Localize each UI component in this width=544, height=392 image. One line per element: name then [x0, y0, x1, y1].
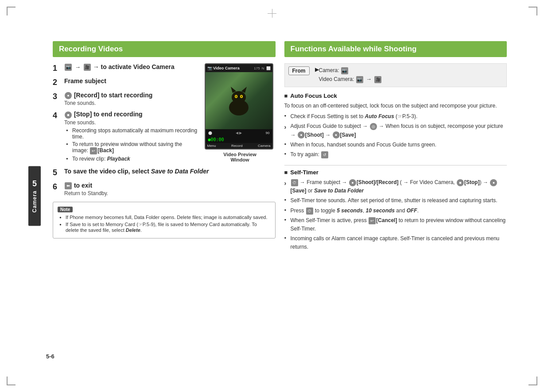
- screen-timer: ●00:00: [206, 136, 272, 143]
- af-icon1: ◎: [370, 123, 377, 130]
- step-4-bullets: Recording stops automatically at maximum…: [64, 127, 199, 162]
- step-6-sub: Return to Standby.: [64, 190, 276, 196]
- step-3-main: ● [Record] to start recording: [64, 92, 199, 99]
- right-column: Functions Available while Shooting From …: [284, 41, 507, 351]
- af-bullet-2: When in focus, handset sounds and Focus …: [284, 141, 507, 149]
- st-icon3: ■: [457, 179, 464, 186]
- st-bullet-1: Self-Timer tone sounds. After set period…: [284, 196, 507, 205]
- left-column: Recording Videos 📷 Video Camera 175 N ⬜: [53, 41, 276, 351]
- from-row: From ▶ Camera: 📷 Video Camera: 📷 → 🎥: [284, 63, 507, 87]
- chapter-label: Camera: [31, 190, 38, 212]
- camera-icon-step1: 📷: [65, 64, 72, 71]
- step-5-num: 5: [53, 168, 62, 177]
- note-item-2: If Save to is set to Memory Card (☞P.5-9…: [59, 222, 271, 233]
- step-1-content: 📷 → 🎥 → to activate Video Camera: [64, 63, 199, 71]
- step-1-num: 1: [53, 64, 62, 73]
- st-bullet-3: When Self-Timer is active, press ↩[Cance…: [284, 216, 507, 233]
- screen-status-icons: 175 N ⬜: [254, 66, 270, 70]
- st-bullet-4: Incoming calls or Alarm cancel image cap…: [284, 234, 507, 251]
- exit-icon: ⬅: [65, 182, 72, 189]
- phone-screen: 📷 Video Camera 175 N ⬜: [205, 63, 273, 150]
- corner-mark-br: [528, 377, 537, 385]
- image-area: 📷 Video Camera 175 N ⬜: [205, 63, 276, 162]
- autofocus-title: Auto Focus Lock: [284, 92, 507, 99]
- note-item-1: If Phone memory becomes full, Data Folde…: [59, 215, 271, 220]
- step-6-num: 6: [53, 182, 62, 192]
- note-box: Note If Phone memory becomes full, Data …: [53, 202, 276, 238]
- af-bullet-1: Check if Focus Setting is set to Auto Fo…: [284, 112, 507, 121]
- step-3-num: 3: [53, 92, 62, 101]
- left-section-title: Recording Videos: [59, 45, 123, 54]
- page-container: 5 Camera Recording Videos 📷 Video Camera…: [28, 28, 516, 364]
- video-icon-step1: 🎥: [84, 64, 91, 71]
- step-3-content: ● [Record] to start recording Tone sound…: [64, 92, 199, 106]
- step-4-sub: Tone sounds.: [64, 119, 199, 126]
- corner-mark-tr: [528, 7, 537, 15]
- st-icon4: ●: [490, 179, 497, 186]
- st-cancel-icon: ↩: [369, 217, 376, 224]
- from-line-1: Camera: 📷: [319, 66, 382, 75]
- step-3-sub: Tone sounds.: [64, 100, 199, 106]
- screen-top-bar: 📷 Video Camera 175 N ⬜: [206, 64, 272, 72]
- section-divider: [284, 165, 507, 165]
- step-5: 5 To save the video clip, select Save to…: [53, 168, 276, 177]
- step-3: 3 ● [Record] to start recording Tone sou…: [53, 92, 199, 106]
- corner-mark-bl: [7, 377, 16, 385]
- note-list: If Phone memory becomes full, Data Folde…: [58, 215, 271, 233]
- step-4-main: ■ [Stop] to end recording: [64, 111, 199, 118]
- st-icon1: ⏱: [291, 179, 298, 186]
- image-caption: Video PreviewWindow: [205, 152, 276, 162]
- step-4-bullet-3: To review clip: Playback: [66, 156, 199, 162]
- corner-mark-tl: [7, 7, 16, 15]
- from-video-cam-icon1: 📷: [356, 76, 363, 83]
- st-icon2: ●: [349, 179, 356, 186]
- chapter-tab: 5 Camera: [28, 166, 41, 226]
- from-camera-icon: 📷: [341, 67, 348, 74]
- from-lines: Camera: 📷 Video Camera: 📷 → 🎥: [319, 66, 382, 84]
- st-bullet-2: Press ⏱ to toggle 5 seconds, 10 seconds …: [284, 207, 507, 215]
- st-arrow-1: ⏱ → Frame subject → ●[Shoot]/[Record] ( …: [284, 178, 507, 195]
- step-4-bullet-2: To return to preview window without savi…: [66, 141, 199, 154]
- step-5-content: To save the video clip, select Save to D…: [64, 168, 276, 175]
- step-6-main: ⬅ to exit: [64, 182, 276, 189]
- from-box: From: [288, 66, 310, 75]
- autofocus-intro: To focus on an off-centered subject, loc…: [284, 102, 507, 110]
- screen-bottom-bar: ⬤ ◀ ▶ 90: [206, 129, 272, 136]
- screen-menu-bar: Menu Record Camera: [206, 143, 272, 149]
- cat-silhouette-svg: [221, 83, 256, 119]
- af-retry-icon: ↺: [321, 151, 328, 158]
- record-icon: ●: [65, 92, 72, 99]
- step-4: 4 ■ [Stop] to end recording Tone sounds.…: [53, 111, 199, 163]
- st-press-icon: ⏱: [306, 208, 313, 215]
- step-4-num: 4: [53, 111, 62, 120]
- af-icon2: ●: [298, 131, 305, 138]
- step-4-bullet-1: Recording stops automatically at maximum…: [66, 127, 199, 140]
- right-section-header: Functions Available while Shooting: [284, 41, 507, 57]
- svg-point-1: [232, 91, 246, 104]
- step-2-content: Frame subject: [64, 77, 199, 85]
- autofocus-body: To focus on an off-centered subject, loc…: [284, 102, 507, 159]
- crosshair-top: [268, 9, 276, 18]
- note-label: Note: [58, 207, 73, 212]
- af-icon3: ●: [333, 131, 340, 138]
- subsection-selftimer: Self-Timer ⏱ → Frame subject → ●[Shoot]/…: [284, 169, 507, 252]
- left-section-header: Recording Videos: [53, 41, 276, 57]
- stop-icon: ■: [65, 111, 72, 119]
- step-2: 2 Frame subject: [53, 77, 199, 87]
- step-2-main: Frame subject: [64, 77, 199, 85]
- from-video-cam-icon2: 🎥: [374, 76, 381, 83]
- screen-title-text: 📷 Video Camera: [207, 66, 240, 70]
- svg-point-7: [241, 96, 242, 97]
- selftimer-body: ⏱ → Frame subject → ●[Shoot]/[Record] ( …: [284, 178, 507, 252]
- step-5-main: To save the video clip, select Save to D…: [64, 168, 276, 175]
- back-icon: ↩: [90, 147, 97, 154]
- af-arrow-1: Adjust Focus Guide to subject → ◎ → When…: [284, 122, 507, 139]
- step-2-num: 2: [53, 78, 62, 87]
- right-section-title: Functions Available while Shooting: [291, 45, 417, 54]
- af-bullet-3: To try again: ↺: [284, 150, 507, 159]
- selftimer-title: Self-Timer: [284, 169, 507, 176]
- step-6: 6 ⬅ to exit Return to Standby.: [53, 182, 276, 196]
- step-1: 1 📷 → 🎥 → to activate Video Camera: [53, 63, 199, 73]
- content-area: Recording Videos 📷 Video Camera 175 N ⬜: [53, 41, 507, 351]
- step-1-main: 📷 → 🎥 → to activate Video Camera: [64, 63, 199, 71]
